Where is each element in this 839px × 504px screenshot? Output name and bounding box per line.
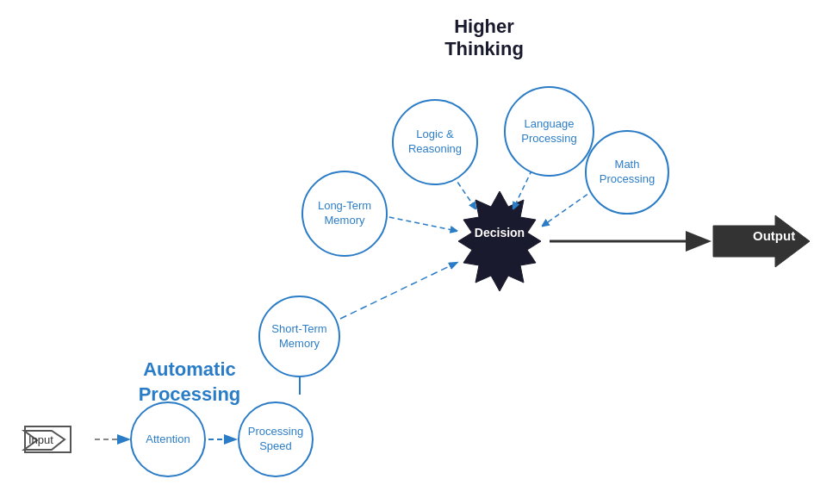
- math-to-decision-arrow: [543, 190, 594, 226]
- input-label: Input: [28, 433, 53, 446]
- decision-label: Decision: [472, 226, 527, 240]
- ltm-to-decision-arrow: [381, 215, 457, 231]
- output-label: Output: [753, 228, 795, 243]
- attention-node: Attention: [130, 401, 206, 477]
- long-term-memory-node: Long-TermMemory: [301, 171, 388, 257]
- main-svg: [0, 0, 839, 504]
- short-term-memory-node: Short-TermMemory: [258, 296, 340, 377]
- processing-speed-node: ProcessingSpeed: [238, 401, 314, 477]
- language-processing-node: LanguageProcessing: [504, 86, 594, 177]
- stm-to-decision-arrow: [340, 263, 457, 319]
- decision-gear: [458, 191, 541, 291]
- logic-reasoning-node: Logic &Reasoning: [392, 99, 478, 185]
- math-processing-node: MathProcessing: [585, 130, 669, 215]
- diagram: Higher Thinking AutomaticProcessing Inpu…: [0, 0, 839, 504]
